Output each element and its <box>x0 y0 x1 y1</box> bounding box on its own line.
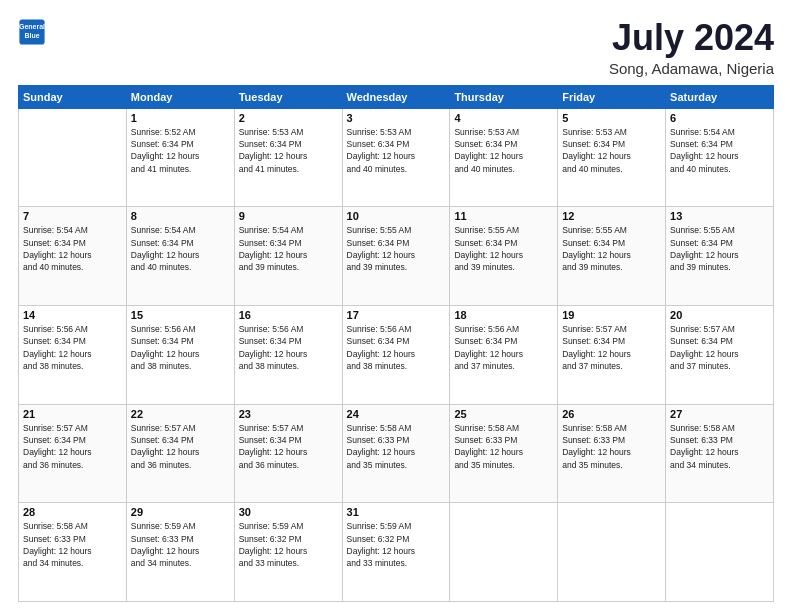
day-number: 1 <box>131 112 230 124</box>
day-number: 4 <box>454 112 553 124</box>
weekday-header: Thursday <box>450 85 558 108</box>
calendar-cell: 24Sunrise: 5:58 AM Sunset: 6:33 PM Dayli… <box>342 404 450 503</box>
day-number: 30 <box>239 506 338 518</box>
calendar-cell: 27Sunrise: 5:58 AM Sunset: 6:33 PM Dayli… <box>666 404 774 503</box>
day-info: Sunrise: 5:54 AM Sunset: 6:34 PM Dayligh… <box>670 126 769 175</box>
calendar-cell: 23Sunrise: 5:57 AM Sunset: 6:34 PM Dayli… <box>234 404 342 503</box>
day-number: 12 <box>562 210 661 222</box>
weekday-header: Wednesday <box>342 85 450 108</box>
day-info: Sunrise: 5:59 AM Sunset: 6:32 PM Dayligh… <box>347 520 446 569</box>
day-info: Sunrise: 5:58 AM Sunset: 6:33 PM Dayligh… <box>347 422 446 471</box>
day-info: Sunrise: 5:55 AM Sunset: 6:34 PM Dayligh… <box>347 224 446 273</box>
day-number: 3 <box>347 112 446 124</box>
day-info: Sunrise: 5:53 AM Sunset: 6:34 PM Dayligh… <box>562 126 661 175</box>
day-info: Sunrise: 5:54 AM Sunset: 6:34 PM Dayligh… <box>239 224 338 273</box>
day-info: Sunrise: 5:55 AM Sunset: 6:34 PM Dayligh… <box>562 224 661 273</box>
calendar-cell: 29Sunrise: 5:59 AM Sunset: 6:33 PM Dayli… <box>126 503 234 602</box>
day-info: Sunrise: 5:58 AM Sunset: 6:33 PM Dayligh… <box>562 422 661 471</box>
calendar-cell: 14Sunrise: 5:56 AM Sunset: 6:34 PM Dayli… <box>19 305 127 404</box>
day-number: 9 <box>239 210 338 222</box>
calendar-cell <box>558 503 666 602</box>
day-info: Sunrise: 5:53 AM Sunset: 6:34 PM Dayligh… <box>347 126 446 175</box>
calendar-cell: 4Sunrise: 5:53 AM Sunset: 6:34 PM Daylig… <box>450 108 558 207</box>
logo-icon: General Blue <box>18 18 46 46</box>
calendar-cell: 8Sunrise: 5:54 AM Sunset: 6:34 PM Daylig… <box>126 207 234 306</box>
day-info: Sunrise: 5:56 AM Sunset: 6:34 PM Dayligh… <box>454 323 553 372</box>
day-number: 25 <box>454 408 553 420</box>
calendar-week-row: 14Sunrise: 5:56 AM Sunset: 6:34 PM Dayli… <box>19 305 774 404</box>
day-info: Sunrise: 5:56 AM Sunset: 6:34 PM Dayligh… <box>131 323 230 372</box>
day-number: 14 <box>23 309 122 321</box>
day-number: 31 <box>347 506 446 518</box>
day-info: Sunrise: 5:57 AM Sunset: 6:34 PM Dayligh… <box>23 422 122 471</box>
day-number: 13 <box>670 210 769 222</box>
calendar-cell: 1Sunrise: 5:52 AM Sunset: 6:34 PM Daylig… <box>126 108 234 207</box>
calendar-header-row: SundayMondayTuesdayWednesdayThursdayFrid… <box>19 85 774 108</box>
calendar-cell: 2Sunrise: 5:53 AM Sunset: 6:34 PM Daylig… <box>234 108 342 207</box>
calendar-cell: 21Sunrise: 5:57 AM Sunset: 6:34 PM Dayli… <box>19 404 127 503</box>
weekday-header: Saturday <box>666 85 774 108</box>
day-info: Sunrise: 5:52 AM Sunset: 6:34 PM Dayligh… <box>131 126 230 175</box>
day-info: Sunrise: 5:54 AM Sunset: 6:34 PM Dayligh… <box>131 224 230 273</box>
calendar-cell: 22Sunrise: 5:57 AM Sunset: 6:34 PM Dayli… <box>126 404 234 503</box>
day-info: Sunrise: 5:57 AM Sunset: 6:34 PM Dayligh… <box>562 323 661 372</box>
day-number: 18 <box>454 309 553 321</box>
day-info: Sunrise: 5:58 AM Sunset: 6:33 PM Dayligh… <box>670 422 769 471</box>
logo: General Blue <box>18 18 46 46</box>
calendar-cell: 6Sunrise: 5:54 AM Sunset: 6:34 PM Daylig… <box>666 108 774 207</box>
day-number: 7 <box>23 210 122 222</box>
day-number: 16 <box>239 309 338 321</box>
main-title: July 2024 <box>609 18 774 58</box>
day-info: Sunrise: 5:53 AM Sunset: 6:34 PM Dayligh… <box>454 126 553 175</box>
calendar-cell: 9Sunrise: 5:54 AM Sunset: 6:34 PM Daylig… <box>234 207 342 306</box>
day-info: Sunrise: 5:57 AM Sunset: 6:34 PM Dayligh… <box>670 323 769 372</box>
day-number: 28 <box>23 506 122 518</box>
svg-text:General: General <box>19 23 45 30</box>
weekday-header: Tuesday <box>234 85 342 108</box>
day-number: 5 <box>562 112 661 124</box>
weekday-header: Friday <box>558 85 666 108</box>
title-block: July 2024 Song, Adamawa, Nigeria <box>609 18 774 77</box>
day-number: 17 <box>347 309 446 321</box>
day-number: 26 <box>562 408 661 420</box>
day-number: 29 <box>131 506 230 518</box>
day-number: 15 <box>131 309 230 321</box>
calendar-week-row: 21Sunrise: 5:57 AM Sunset: 6:34 PM Dayli… <box>19 404 774 503</box>
day-number: 19 <box>562 309 661 321</box>
calendar-cell: 28Sunrise: 5:58 AM Sunset: 6:33 PM Dayli… <box>19 503 127 602</box>
calendar-table: SundayMondayTuesdayWednesdayThursdayFrid… <box>18 85 774 602</box>
day-number: 20 <box>670 309 769 321</box>
svg-text:Blue: Blue <box>24 32 39 39</box>
day-info: Sunrise: 5:56 AM Sunset: 6:34 PM Dayligh… <box>239 323 338 372</box>
day-number: 21 <box>23 408 122 420</box>
calendar-week-row: 28Sunrise: 5:58 AM Sunset: 6:33 PM Dayli… <box>19 503 774 602</box>
calendar-cell: 19Sunrise: 5:57 AM Sunset: 6:34 PM Dayli… <box>558 305 666 404</box>
day-info: Sunrise: 5:59 AM Sunset: 6:33 PM Dayligh… <box>131 520 230 569</box>
subtitle: Song, Adamawa, Nigeria <box>609 60 774 77</box>
calendar-cell: 16Sunrise: 5:56 AM Sunset: 6:34 PM Dayli… <box>234 305 342 404</box>
weekday-header: Sunday <box>19 85 127 108</box>
day-info: Sunrise: 5:53 AM Sunset: 6:34 PM Dayligh… <box>239 126 338 175</box>
calendar-cell <box>450 503 558 602</box>
day-info: Sunrise: 5:56 AM Sunset: 6:34 PM Dayligh… <box>347 323 446 372</box>
day-info: Sunrise: 5:57 AM Sunset: 6:34 PM Dayligh… <box>131 422 230 471</box>
day-info: Sunrise: 5:55 AM Sunset: 6:34 PM Dayligh… <box>454 224 553 273</box>
day-number: 24 <box>347 408 446 420</box>
calendar-cell: 11Sunrise: 5:55 AM Sunset: 6:34 PM Dayli… <box>450 207 558 306</box>
day-info: Sunrise: 5:55 AM Sunset: 6:34 PM Dayligh… <box>670 224 769 273</box>
calendar-cell: 7Sunrise: 5:54 AM Sunset: 6:34 PM Daylig… <box>19 207 127 306</box>
day-number: 8 <box>131 210 230 222</box>
day-number: 6 <box>670 112 769 124</box>
day-number: 11 <box>454 210 553 222</box>
calendar-cell: 30Sunrise: 5:59 AM Sunset: 6:32 PM Dayli… <box>234 503 342 602</box>
day-number: 2 <box>239 112 338 124</box>
calendar-cell: 15Sunrise: 5:56 AM Sunset: 6:34 PM Dayli… <box>126 305 234 404</box>
calendar-cell: 5Sunrise: 5:53 AM Sunset: 6:34 PM Daylig… <box>558 108 666 207</box>
calendar-week-row: 1Sunrise: 5:52 AM Sunset: 6:34 PM Daylig… <box>19 108 774 207</box>
day-number: 10 <box>347 210 446 222</box>
calendar-week-row: 7Sunrise: 5:54 AM Sunset: 6:34 PM Daylig… <box>19 207 774 306</box>
calendar-cell: 17Sunrise: 5:56 AM Sunset: 6:34 PM Dayli… <box>342 305 450 404</box>
calendar-cell <box>19 108 127 207</box>
day-info: Sunrise: 5:57 AM Sunset: 6:34 PM Dayligh… <box>239 422 338 471</box>
calendar-cell: 20Sunrise: 5:57 AM Sunset: 6:34 PM Dayli… <box>666 305 774 404</box>
